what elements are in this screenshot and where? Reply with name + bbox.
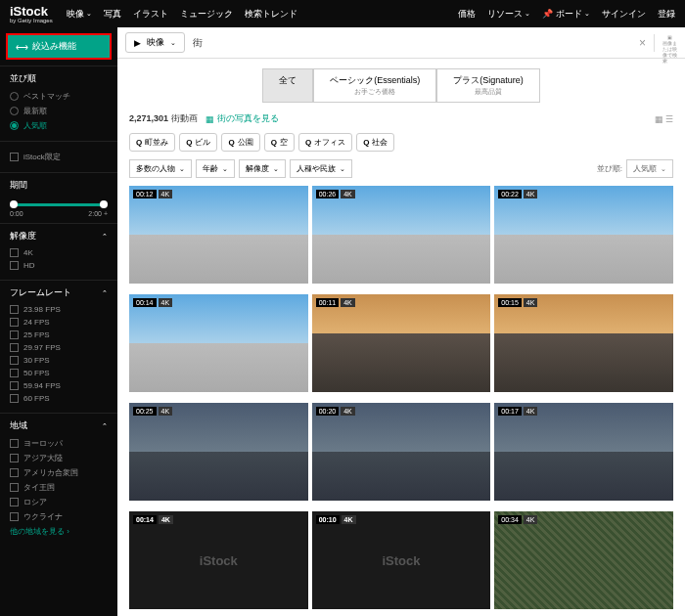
- duration-badge: 00:10: [316, 515, 340, 524]
- suggestion-chip[interactable]: Q ビル: [179, 133, 217, 152]
- nav-item[interactable]: イラスト: [133, 8, 168, 21]
- chevron-up-icon[interactable]: ⌃: [102, 289, 108, 297]
- exclusive-checkbox[interactable]: iStock限定: [10, 152, 108, 162]
- list-icon: ☰: [665, 114, 673, 124]
- result-thumbnail[interactable]: 00:344K: [494, 511, 673, 609]
- result-thumbnail[interactable]: 00:144K: [129, 294, 308, 392]
- filter-checkbox[interactable]: タイ王国: [10, 482, 108, 493]
- clear-icon[interactable]: ×: [639, 36, 646, 50]
- sort-radio[interactable]: 最新順: [10, 106, 108, 116]
- view-toggle[interactable]: ▦☰: [655, 114, 673, 124]
- suggestion-chip[interactable]: Q 公園: [221, 133, 259, 152]
- nav-right: 価格リソース ⌄📌 ボード ⌄サインイン登録: [458, 8, 675, 21]
- duration-badge: 00:17: [498, 407, 522, 416]
- nav-item[interactable]: サインイン: [602, 8, 646, 21]
- nav-item[interactable]: 価格: [458, 8, 476, 21]
- license-tab[interactable]: 全て: [262, 68, 313, 103]
- duration-badge: 00:14: [133, 515, 157, 524]
- media-type-select[interactable]: ▶ 映像 ⌄: [125, 32, 185, 53]
- result-thumbnail[interactable]: 00:104KiStock: [312, 511, 491, 609]
- filter-dropdowns: 多数の人物 ⌄年齢 ⌄解像度 ⌄人種や民族 ⌄並び順:人気順 ⌄: [117, 159, 685, 186]
- nav-item[interactable]: ミュージック: [180, 8, 233, 21]
- license-tab[interactable]: プラス(Signature)最高品質: [436, 68, 540, 103]
- grid-icon: ▦: [655, 114, 663, 124]
- result-thumbnail[interactable]: 00:124K: [129, 186, 308, 284]
- duration-badge: 00:11: [316, 298, 340, 307]
- chevron-up-icon[interactable]: ⌃: [102, 233, 108, 241]
- sort-radio[interactable]: ベストマッチ: [10, 91, 108, 102]
- nav-item[interactable]: 登録: [658, 8, 675, 21]
- filter-sidebar: ⟷ 絞込み機能 並び順 ベストマッチ最新順人気順 iStock限定 期間 0:0…: [0, 27, 117, 616]
- framerate-section: フレームレート⌃ 23.98 FPS24 FPS25 FPS29.97 FPS3…: [0, 280, 117, 413]
- filter-checkbox[interactable]: 25 FPS: [10, 330, 108, 339]
- result-thumbnail[interactable]: 00:264K: [312, 186, 491, 284]
- results-panel: ▶ 映像 ⌄ 街 × ▣ 画像または映像で検索 全てベーシック(Essentia…: [117, 27, 685, 616]
- see-photos-link[interactable]: ▦街の写真を見る: [206, 112, 279, 125]
- filter-checkbox[interactable]: 23.98 FPS: [10, 305, 108, 314]
- filter-checkbox[interactable]: ヨーロッパ: [10, 438, 108, 449]
- duration-badge: 00:20: [316, 407, 340, 416]
- more-regions-link[interactable]: 他の地域を見る ›: [10, 526, 108, 537]
- logo[interactable]: iStock by Getty Images: [10, 5, 53, 23]
- duration-badge: 00:34: [498, 515, 522, 524]
- filter-checkbox[interactable]: 24 FPS: [10, 318, 108, 327]
- duration-badge: 00:26: [316, 190, 340, 198]
- quality-badge: 4K: [341, 407, 355, 416]
- search-by-image-button[interactable]: ▣ 画像または映像で検索: [654, 34, 677, 52]
- nav-item[interactable]: 写真: [104, 8, 121, 21]
- filter-checkbox[interactable]: アメリカ合衆国: [10, 467, 108, 478]
- duration-badge: 00:25: [133, 407, 157, 416]
- filter-dropdown[interactable]: 人種や民族 ⌄: [290, 159, 352, 178]
- filter-checkbox[interactable]: HD: [10, 261, 108, 270]
- result-count: 2,271,301 街動画: [129, 112, 198, 125]
- sort-section: 並び順 ベストマッチ最新順人気順: [0, 66, 117, 141]
- chevron-up-icon[interactable]: ⌃: [102, 422, 108, 430]
- quality-badge: 4K: [524, 515, 538, 524]
- quality-badge: 4K: [342, 515, 356, 524]
- suggestion-chip[interactable]: Q オフィス: [298, 133, 352, 152]
- filter-icon: ⟷: [16, 42, 28, 52]
- results-grid: 00:124K00:264K00:224K00:144K00:114K00:15…: [117, 186, 685, 616]
- resolution-section: 解像度⌃ 4KHD: [0, 223, 117, 280]
- suggestion-chip[interactable]: Q 空: [264, 133, 295, 152]
- suggestion-chip[interactable]: Q 社会: [356, 133, 394, 152]
- result-thumbnail[interactable]: 00:144KiStock: [129, 511, 308, 609]
- filter-checkbox[interactable]: ロシア: [10, 497, 108, 507]
- chevron-down-icon: ⌄: [170, 39, 176, 47]
- filter-dropdown[interactable]: 多数の人物 ⌄: [129, 159, 192, 178]
- nav-item[interactable]: 📌 ボード ⌄: [542, 8, 590, 21]
- result-thumbnail[interactable]: 00:174K: [494, 403, 673, 501]
- filter-checkbox[interactable]: アジア大陸: [10, 453, 108, 463]
- filter-checkbox[interactable]: 60 FPS: [10, 394, 108, 403]
- result-thumbnail[interactable]: 00:204K: [312, 403, 491, 501]
- nav-item[interactable]: 検索トレンド: [245, 8, 297, 21]
- region-section: 地域⌃ ヨーロッパアジア大陸アメリカ合衆国タイ王国ロシアウクライナ 他の地域を見…: [0, 413, 117, 543]
- suggestion-chip[interactable]: Q 町並み: [129, 133, 175, 152]
- result-thumbnail[interactable]: 00:154K: [494, 294, 673, 392]
- top-navbar: iStock by Getty Images 映像 ⌄写真イラストミュージック検…: [0, 0, 685, 27]
- filter-checkbox[interactable]: 29.97 FPS: [10, 343, 108, 352]
- duration-slider[interactable]: [12, 203, 106, 206]
- filter-dropdown[interactable]: 解像度 ⌄: [239, 159, 286, 178]
- filter-checkbox[interactable]: ウクライナ: [10, 511, 108, 522]
- duration-badge: 00:12: [133, 190, 157, 198]
- result-thumbnail[interactable]: 00:254K: [129, 403, 308, 501]
- filter-checkbox[interactable]: 59.94 FPS: [10, 381, 108, 390]
- filter-toggle-button[interactable]: ⟷ 絞込み機能: [6, 33, 112, 60]
- quality-badge: 4K: [341, 298, 355, 307]
- filter-checkbox[interactable]: 30 FPS: [10, 356, 108, 365]
- nav-item[interactable]: リソース ⌄: [487, 8, 530, 21]
- sort-select[interactable]: 並び順:人気順 ⌄: [597, 159, 673, 178]
- sort-radio[interactable]: 人気順: [10, 120, 108, 131]
- nav-item[interactable]: 映像 ⌄: [67, 8, 92, 21]
- license-tab[interactable]: ベーシック(Essentials)お手ごろ価格: [313, 68, 436, 103]
- quality-badge: 4K: [159, 190, 173, 198]
- duration-badge: 00:14: [133, 298, 157, 307]
- quality-badge: 4K: [341, 190, 355, 198]
- filter-dropdown[interactable]: 年齢 ⌄: [196, 159, 235, 178]
- result-thumbnail[interactable]: 00:224K: [494, 186, 673, 284]
- filter-checkbox[interactable]: 50 FPS: [10, 369, 108, 377]
- search-input[interactable]: 街: [193, 36, 631, 50]
- filter-checkbox[interactable]: 4K: [10, 248, 108, 257]
- result-thumbnail[interactable]: 00:114K: [312, 294, 491, 392]
